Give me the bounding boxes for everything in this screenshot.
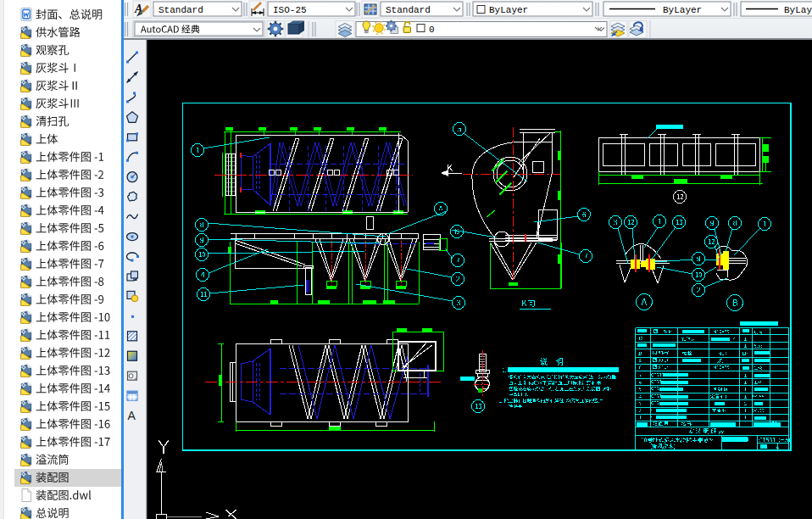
svg-text:ByLayer: ByLayer [489, 5, 528, 15]
svg-text:Standard: Standard [386, 5, 431, 15]
svg-text:Standard: Standard [159, 5, 203, 15]
svg-text:ByLayer: ByLayer [663, 5, 702, 15]
svg-text:ByLayer: ByLayer [784, 5, 812, 15]
svg-text:A: A [128, 409, 136, 422]
svg-text:ISO-25: ISO-25 [273, 5, 307, 15]
svg-text:0: 0 [429, 25, 435, 35]
